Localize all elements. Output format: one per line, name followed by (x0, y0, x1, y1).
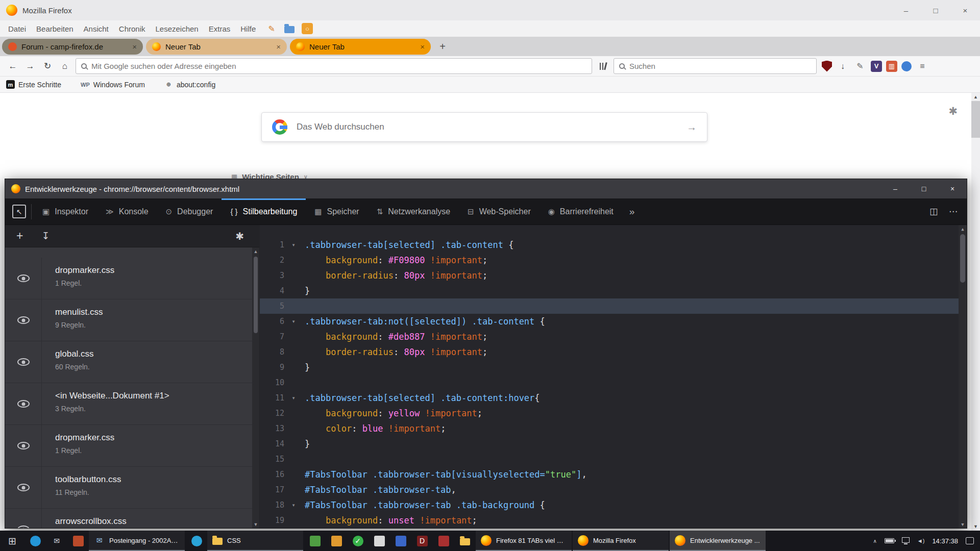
browser-tab[interactable]: Forum - camp-firefox.de × (2, 39, 143, 55)
pick-element-icon[interactable]: ↖ (12, 205, 26, 218)
stylesheet-item[interactable]: arrowscrollbox.css (5, 509, 259, 528)
toolbar-extension-icon[interactable] (822, 61, 832, 72)
code-line[interactable]: 10 (260, 375, 967, 390)
home-button[interactable]: ⌂ (56, 58, 74, 75)
network-icon[interactable] (902, 537, 910, 543)
close-button[interactable]: × (950, 0, 980, 20)
visibility-toggle[interactable] (5, 467, 42, 508)
search-submit-arrow-icon[interactable]: → (687, 121, 697, 133)
code-line[interactable]: 17#TabsToolbar .tabbrowser-tab, (260, 482, 967, 497)
stylesheet-item[interactable]: dropmarker.css 1 Regel. (5, 258, 259, 299)
taskbar-item[interactable] (24, 531, 46, 551)
scroll-up-icon[interactable]: ▲ (254, 247, 258, 255)
taskbar-item[interactable]: Entwicklerwerkzeuge ... (670, 531, 766, 551)
titlebar[interactable]: Mozilla Firefox – □ × (0, 0, 980, 20)
scroll-up-icon[interactable]: ▲ (961, 225, 964, 233)
minimize-button[interactable]: – (881, 179, 910, 198)
code-line[interactable]: 14} (260, 436, 967, 452)
stylesheet-item[interactable]: global.css 60 Regeln. (5, 341, 259, 383)
maximize-button[interactable]: □ (921, 0, 950, 20)
toolbar-extension-icon[interactable]: ≡ (916, 60, 929, 73)
maximize-button[interactable]: □ (910, 179, 938, 198)
menubar-extra-icon[interactable]: ○ (302, 23, 313, 34)
taskbar-item[interactable]: ✉ (46, 531, 67, 551)
menubar-extra-icon[interactable]: ✎ (266, 23, 277, 34)
page-scrollbar[interactable]: ▲ ▼ (971, 93, 980, 531)
taskbar-item[interactable] (390, 531, 411, 551)
action-center-icon[interactable] (966, 537, 974, 544)
newtab-settings-gear-icon[interactable]: ✱ (948, 105, 958, 117)
taskbar-item[interactable]: D (411, 531, 433, 551)
code-line[interactable]: 11▾.tabbrowser-tab[selected] .tab-conten… (260, 390, 967, 406)
browser-tab[interactable]: Neuer Tab × (290, 39, 431, 55)
taskbar-item[interactable] (454, 531, 476, 551)
scroll-up-icon[interactable]: ▲ (973, 93, 978, 101)
search-bar[interactable]: Suchen (614, 58, 817, 74)
devtools-tab[interactable]: ▦ Speicher (306, 198, 368, 224)
close-button[interactable]: × (938, 179, 967, 198)
code-line[interactable]: 6▾.tabbrowser-tab:not([selected]) .tab-c… (260, 314, 967, 329)
sidebar-scrollbar[interactable]: ▲ ▼ (252, 247, 259, 528)
bookmark-item[interactable]: m Erste Schritte (6, 80, 61, 89)
start-button[interactable]: ⊞ (0, 531, 24, 551)
code-line[interactable]: 12 background: yellow !important; (260, 406, 967, 421)
editor-scrollbar[interactable]: ▲ ▼ (959, 225, 967, 528)
tab-close-icon[interactable]: × (276, 42, 281, 51)
code-line[interactable]: 5 (260, 298, 967, 314)
tab-close-icon[interactable]: × (420, 42, 425, 51)
menu-item[interactable]: Ansicht (79, 24, 114, 33)
taskbar-item[interactable] (326, 531, 347, 551)
code-line[interactable]: 9} (260, 360, 967, 375)
taskbar-item[interactable]: ✉ Posteingang - 2002An... (89, 531, 185, 551)
devtools-tab[interactable]: ⊟ Web-Speicher (459, 198, 540, 224)
devtools-tab[interactable]: ⊙ Debugger (157, 198, 222, 224)
clock[interactable]: 14:37:38 (932, 537, 958, 545)
menu-item[interactable]: Chronik (114, 24, 151, 33)
devtools-tab[interactable]: ≫ Konsole (97, 198, 157, 224)
stylesheet-item[interactable]: dropmarker.css 1 Regel. (5, 425, 259, 467)
url-bar[interactable]: Mit Google suchen oder Adresse eingeben (76, 58, 592, 74)
taskbar-item[interactable]: Firefox 81 TABs viel zu... (476, 531, 572, 551)
stylesheet-item[interactable]: <in Webseite...Dokument #1> 3 Regeln. (5, 383, 259, 425)
code-line[interactable]: 15 (260, 452, 967, 467)
options-gear-icon[interactable]: ✱ (235, 230, 244, 242)
volume-icon[interactable]: ◄) (917, 538, 925, 544)
battery-icon[interactable] (885, 538, 894, 543)
scrollbar-thumb[interactable] (971, 101, 980, 138)
bookmark-item[interactable]: WP Windows Forum (81, 80, 145, 89)
menu-item[interactable]: Lesezeichen (150, 24, 203, 33)
visibility-toggle[interactable] (5, 509, 42, 528)
toolbar-extension-icon[interactable] (901, 61, 912, 71)
bookmark-item[interactable]: ⊕ about:config (164, 80, 215, 89)
back-button[interactable]: ← (4, 58, 21, 75)
scroll-down-icon[interactable]: ▼ (961, 520, 964, 528)
reload-button[interactable]: ↻ (39, 58, 56, 75)
devtools-tab[interactable]: ◉ Barrierefreiheit (540, 198, 622, 224)
code-line[interactable]: 18▾#TabsToolbar .tabbrowser-tab .tab-bac… (260, 497, 967, 513)
browser-tab[interactable]: Neuer Tab × (146, 39, 287, 55)
code-line[interactable]: 8 border-radius: 80px !important; (260, 344, 967, 360)
code-line[interactable]: 1▾.tabbrowser-tab[selected] .tab-content… (260, 237, 967, 253)
code-line[interactable]: 2 background: #F09800 !important; (260, 253, 967, 268)
stylesheet-item[interactable]: toolbarbutton.css 11 Regeln. (5, 467, 259, 509)
newtab-search-box[interactable]: Das Web durchsuchen → (261, 112, 707, 142)
taskbar-item[interactable] (67, 531, 89, 551)
menubar-extra-icon[interactable] (284, 26, 295, 33)
toolbar-extension-icon[interactable]: ✎ (853, 60, 867, 73)
taskbar-item[interactable] (304, 531, 326, 551)
library-button[interactable] (594, 58, 611, 75)
code-line[interactable]: 4} (260, 283, 967, 298)
taskbar-item[interactable] (433, 531, 454, 551)
code-line[interactable]: 7 background: #deb887 !important; (260, 329, 967, 344)
visibility-toggle[interactable] (5, 383, 42, 424)
menu-item[interactable]: Extras (204, 24, 236, 33)
taskbar-item[interactable] (369, 531, 390, 551)
visibility-toggle[interactable] (5, 425, 42, 466)
visibility-toggle[interactable] (5, 341, 42, 383)
menu-item[interactable]: Bearbeiten (31, 24, 79, 33)
toolbar-extension-icon[interactable]: V (871, 61, 882, 72)
minimize-button[interactable]: – (891, 0, 921, 20)
devtools-tab[interactable]: ▣ Inspektor (34, 198, 97, 224)
toolbar-extension-icon[interactable]: ↓ (836, 60, 849, 73)
new-tab-button[interactable]: + (434, 39, 451, 55)
